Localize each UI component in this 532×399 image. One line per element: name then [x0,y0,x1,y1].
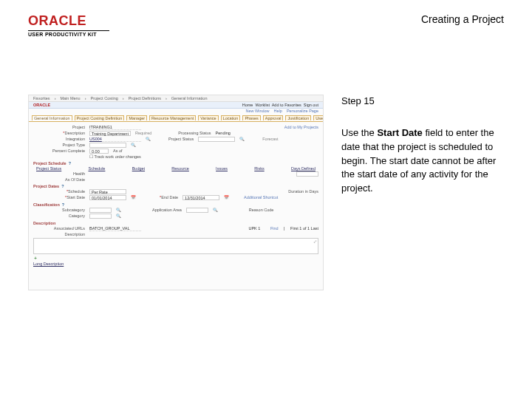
page-title: Creating a Project [421,13,504,25]
link-worklist[interactable]: Worklist [255,103,269,107]
days-defined-input[interactable] [296,171,318,177]
application-area-input[interactable] [186,208,208,213]
help-icon[interactable]: ? [62,202,64,207]
required-icon: Required [135,131,151,136]
description-input[interactable]: Training Department [89,131,131,136]
processing-status-value: Pending [216,131,231,136]
associated-urls-label: Associated URLs [33,226,85,231]
link-help[interactable]: Help [274,109,282,115]
health-label: Health [33,171,85,177]
tab-phases[interactable]: Phases [242,115,260,120]
subbrand-text: USER PRODUCTIVITY KIT [28,32,109,37]
link-signout[interactable]: Sign out [304,103,318,107]
schedule-label: *Schedule [33,189,85,194]
long-description-label: Long Description [33,262,64,266]
lookup-icon[interactable]: 🔍 [146,137,151,142]
associated-urls-value: BATCH_GROUP_VAL [89,226,141,231]
app-brand: ORACLE [33,103,50,107]
tab-variance[interactable]: Variance [198,115,218,120]
forecast-label: Forecast [262,137,278,142]
lookup-icon[interactable]: 🔍 [116,214,121,219]
step-label: Step 15 [341,95,504,109]
divider [28,30,109,31]
link-personalize[interactable]: Personalize Page [287,109,318,115]
as-of-date-label: As Of Date [33,177,85,182]
reason-code-label: Reason Code [249,208,274,213]
lookup-icon[interactable]: 🔍 [116,208,121,213]
lookup-icon[interactable]: 🔍 [213,208,218,213]
application-area-label: Application Area [152,208,182,213]
page-actions: New Window Help Personalize Page [29,109,323,115]
project-type-label: Project Type [33,143,85,148]
schedule-select[interactable]: Per Rate [89,189,126,194]
instruction-text: Use the Start Date field to enter the da… [341,126,504,196]
subcategory-input[interactable] [89,208,112,213]
project-dates-section: Project Dates ? [33,184,318,188]
description-area-label: Description [33,232,85,236]
tab-location[interactable]: Location [221,115,241,120]
tab-resource-management[interactable]: Resource Management [149,115,196,120]
calendar-icon[interactable]: 📅 [224,195,229,200]
project-label: Project [33,125,85,130]
as-of-label: As of [113,149,123,154]
integration-value: US004 [89,137,141,142]
processing-status-label: Processing Status [178,131,211,136]
tab-user-fields[interactable]: User Fields [313,115,324,120]
embedded-screenshot: Favorites› Main Menu› Project Costing› P… [28,95,324,290]
tab-project-costing-definition[interactable]: Project Costing Definition [75,115,125,120]
integration-label: Integration [33,137,85,142]
classification-section: Classification ? [33,202,318,207]
duration-label: Duration in Days [288,189,318,194]
app-bar: ORACLE Home Worklist Add to Favorites Si… [29,102,323,109]
schedule-columns: Project Status Schedule Budget Resource … [36,166,316,171]
project-schedule-section: Project Schedule ? [33,161,318,166]
description-label: *Description [33,131,85,136]
tab-approval[interactable]: Approval [263,115,284,120]
subcategory-label: Subcategory [33,208,85,213]
brand-text: ORACLE [28,13,109,29]
percent-complete-label: Percent Complete [33,149,85,154]
link-favorites[interactable]: Add to Favorites [272,103,301,107]
desc-code: UPK 1 [248,226,260,231]
end-date-input[interactable]: 12/31/2014 [183,195,219,200]
add-row-icon[interactable]: ＋ [33,256,38,261]
expand-icon[interactable]: ⤢ [313,239,317,244]
link-find[interactable]: Find [270,226,279,231]
tab-justification[interactable]: Justification [285,115,311,120]
project-type-input[interactable] [89,143,126,148]
calendar-icon[interactable]: 📅 [131,195,136,200]
link-new-window[interactable]: New Window [245,109,269,115]
link-additional-shortcut[interactable]: Additional Shortcut [244,195,278,200]
oracle-logo: ORACLE USER PRODUCTIVITY KIT [28,13,109,37]
category-label: Category [33,214,85,219]
tab-bar: General Information Project Costing Defi… [29,115,323,122]
start-date-input[interactable]: 01/01/2014 [89,195,126,200]
lookup-icon[interactable]: 🔍 [239,137,245,142]
start-date-label: *Start Date [33,195,85,200]
track-work-order-checkbox[interactable]: ☐ Track work order changes [89,154,141,159]
project-status-label: Project Status [168,137,194,142]
link-add-to-my-projects[interactable]: Add to My Projects [284,125,318,130]
description-textarea[interactable]: ⤢ [33,238,318,254]
pager-text: First 1 of 1 Last [290,226,318,231]
end-date-label: *End Date [160,195,178,200]
description-section: Description [33,221,318,225]
category-input[interactable] [89,214,112,219]
project-status-input[interactable] [198,137,235,142]
project-value: ITRAINING1 [89,125,141,130]
tab-manager[interactable]: Manager [126,115,147,120]
link-home[interactable]: Home [242,103,253,107]
help-icon[interactable]: ? [61,184,64,188]
breadcrumb: Favorites› Main Menu› Project Costing› P… [29,95,323,102]
tab-general-information[interactable]: General Information [32,115,72,120]
lookup-icon[interactable]: 🔍 [131,143,136,148]
percent-complete-input[interactable]: 0.00 [89,149,109,154]
help-icon[interactable]: ? [69,161,71,166]
